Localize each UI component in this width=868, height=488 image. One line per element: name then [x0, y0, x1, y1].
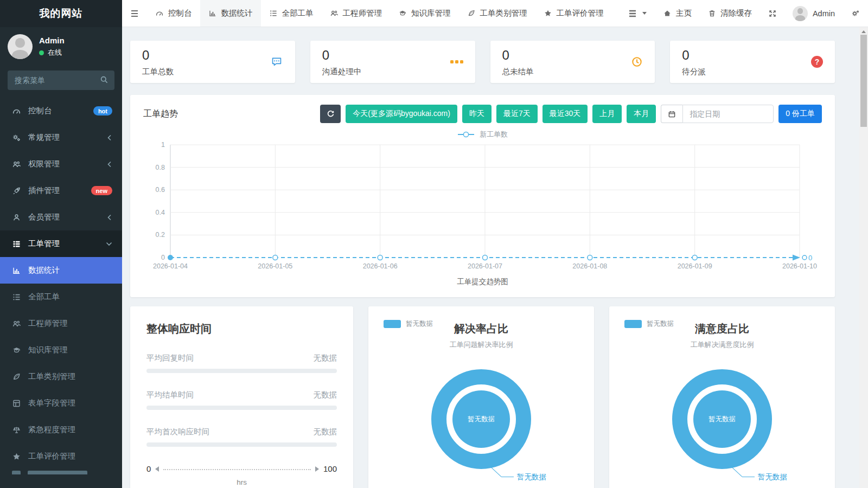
donut-subtitle: 工单解决满意度比例: [622, 340, 822, 350]
comment-icon: [270, 56, 283, 68]
sidebar-subitem-form-fields[interactable]: 表单字段管理: [0, 390, 122, 416]
stat-label: 工单总数: [142, 67, 283, 77]
online-status-icon: [39, 50, 44, 55]
legend-marker-icon: [457, 131, 475, 138]
callout-label: 暂无数据: [758, 472, 787, 482]
range-yesterday-button[interactable]: 昨天: [462, 105, 492, 123]
donut-legend[interactable]: 暂无数据: [384, 319, 433, 329]
sidebar-item-permissions[interactable]: 权限管理: [0, 151, 122, 177]
chevron-down-icon: [106, 241, 112, 247]
scrollbar-thumb[interactable]: [860, 35, 867, 127]
tab-label: 数据统计: [221, 8, 253, 18]
stat-value: 0: [322, 48, 463, 63]
tab-statistics[interactable]: 数据统计: [200, 0, 261, 27]
sidebar-item-label: 会员管理: [28, 212, 100, 222]
sidebar-subitem-label: 全部工单: [28, 292, 112, 302]
scale-max: 100: [323, 464, 337, 473]
calendar-icon: [661, 105, 682, 123]
sidebar-subitem-reviews[interactable]: 工单评价管理: [0, 443, 122, 470]
sidebar-toggle-button[interactable]: [122, 0, 147, 27]
svg-text:0.4: 0.4: [156, 209, 165, 216]
svg-text:2026-01-10: 2026-01-10: [782, 262, 817, 270]
scale-unit: hrs: [146, 478, 337, 486]
navbar-username: Admin: [813, 9, 835, 18]
svg-text:2026-01-07: 2026-01-07: [468, 262, 502, 270]
resolution-rate-card: 暂无数据 解决率占比 工单问题解决率比例 暂无数据 暂无数据: [368, 306, 594, 488]
search-input[interactable]: [8, 70, 114, 90]
sidebar-subitem-label: 工单类别管理: [28, 371, 112, 382]
sidebar-subitem-knowledge[interactable]: 知识库管理: [0, 337, 122, 363]
sidebar-item-label: 插件管理: [28, 185, 84, 196]
stat-value: 0: [142, 48, 283, 63]
trend-card: 工单趋势 今天(更多源码bygoukai.com) 昨天 最近7天 最近30天 …: [130, 95, 835, 297]
tab-all-orders[interactable]: 全部工单: [261, 0, 322, 27]
svg-text:0.8: 0.8: [156, 164, 165, 171]
th-list-icon: [12, 240, 21, 248]
stat-label: 沟通处理中: [322, 67, 463, 77]
user-name: Admin: [39, 36, 65, 45]
chevron-left-icon: [107, 214, 112, 221]
refresh-button[interactable]: [320, 105, 341, 123]
sidebar-subitem-all-orders[interactable]: 全部工单: [0, 284, 122, 310]
date-input[interactable]: [682, 105, 774, 123]
settings-button[interactable]: [843, 0, 868, 27]
graduation-cap-icon: [12, 346, 21, 355]
stat-card-pending: 0 待分派 ?: [670, 41, 835, 83]
satisfaction-rate-card: 暂无数据 满意度占比 工单解决满意度比例 暂无数据 暂无数据: [609, 306, 835, 488]
sidebar-item-label: 控制台: [28, 106, 86, 116]
donut-legend[interactable]: 暂无数据: [624, 319, 674, 329]
donut-chart[interactable]: 暂无数据 暂无数据: [431, 369, 531, 469]
sidebar-item-members[interactable]: 会员管理: [0, 204, 122, 230]
tab-reviews[interactable]: 工单评价管理: [535, 0, 612, 27]
tab-dashboard[interactable]: 控制台: [147, 0, 200, 27]
legend-label: 暂无数据: [647, 319, 674, 329]
refresh-icon: [327, 110, 335, 118]
bar-chart-icon: [208, 9, 217, 17]
tab-label: 控制台: [168, 8, 192, 18]
sidebar-item-clipped[interactable]: [0, 470, 122, 474]
range-thismonth-button[interactable]: 本月: [627, 105, 656, 123]
svg-text:2026-01-09: 2026-01-09: [678, 262, 712, 270]
fullscreen-button[interactable]: [760, 0, 785, 27]
sidebar-subitem-engineers[interactable]: 工程师管理: [0, 310, 122, 337]
user-icon: [12, 213, 21, 222]
sidebar-subitem-statistics[interactable]: 数据统计: [0, 257, 122, 284]
chart-legend[interactable]: 新工单数: [143, 130, 822, 139]
sidebar-item-plugins[interactable]: 插件管理 new: [0, 177, 122, 204]
svg-text:0.2: 0.2: [156, 231, 165, 239]
scale-min: 0: [146, 464, 151, 473]
tab-engineers[interactable]: 工程师管理: [322, 0, 391, 27]
scale-dotted-line: [163, 469, 311, 470]
user-menu[interactable]: Admin: [785, 0, 843, 27]
tab-knowledge[interactable]: 知识库管理: [390, 0, 459, 27]
scrollbar[interactable]: [859, 27, 868, 488]
leaf-icon: [12, 373, 21, 381]
stat-card-total: 0 工单总数: [130, 41, 295, 83]
sidebar-subitem-label: 数据统计: [28, 265, 112, 275]
range-lastmonth-button[interactable]: 上月: [592, 105, 622, 123]
donut-chart[interactable]: 暂无数据 暂无数据: [672, 369, 772, 469]
legend-label: 新工单数: [480, 130, 508, 139]
sidebar-subitem-categories[interactable]: 工单类别管理: [0, 363, 122, 390]
sidebar-subitem-urgency[interactable]: 紧急程度管理: [0, 416, 122, 443]
tab-categories[interactable]: 工单类别管理: [459, 0, 535, 27]
sidebar-item-workorders[interactable]: 工单管理: [0, 230, 122, 257]
home-button[interactable]: 主页: [655, 0, 700, 27]
response-time-card: 整体响应时间 平均回复时间 无数据 平均结单时间 无数据 平均首次响应时间 无数…: [130, 306, 353, 488]
sidebar-item-dashboard[interactable]: 控制台 hot: [0, 98, 122, 124]
main-content: 0 工单总数 0 沟通处理中 0 总未结单 0 待分派 ? 工单趋势: [122, 27, 859, 488]
range-30days-button[interactable]: 最近30天: [542, 105, 588, 123]
trend-line-chart[interactable]: 00.20.40.60.812026-01-042026-01-052026-0…: [143, 139, 831, 276]
clear-cache-button[interactable]: 清除缓存: [700, 0, 760, 27]
sidebar-item-label: 工单管理: [28, 239, 99, 249]
sidebar-subitem-label: 知识库管理: [28, 345, 112, 355]
caret-down-icon: [642, 12, 647, 15]
clock-icon: [631, 56, 643, 68]
sidebar-item-general[interactable]: 常规管理: [0, 124, 122, 151]
range-7days-button[interactable]: 最近7天: [496, 105, 538, 123]
legend-swatch-icon: [624, 320, 642, 328]
order-count-button[interactable]: 0 份工单: [778, 105, 822, 123]
quick-menu-button[interactable]: [620, 0, 655, 27]
range-today-button[interactable]: 今天(更多源码bygoukai.com): [346, 105, 457, 123]
sidebar-subitem-label: 紧急程度管理: [28, 425, 112, 435]
